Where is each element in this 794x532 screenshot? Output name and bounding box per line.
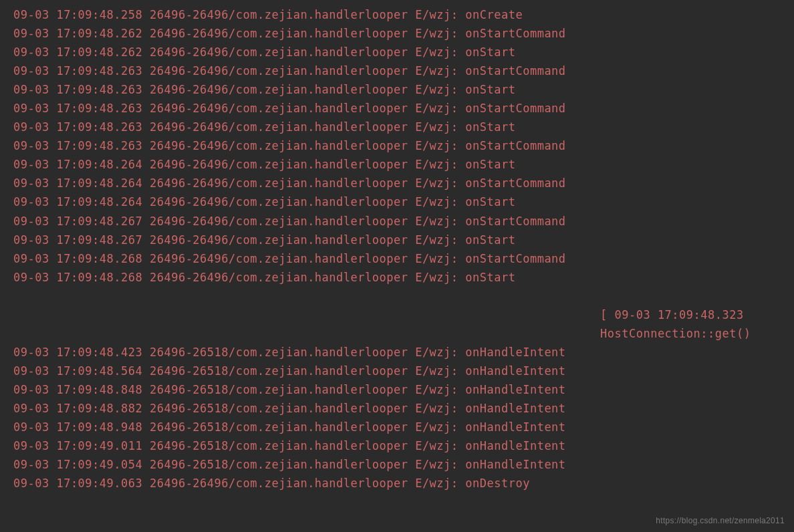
log-line[interactable]: 09-03 17:09:48.263 26496-26496/com.zejia…: [0, 118, 794, 136]
log-line-partial[interactable]: HostConnection::get(): [0, 324, 794, 343]
log-line-partial[interactable]: [ 09-03 17:09:48.323: [0, 305, 794, 324]
log-line[interactable]: 09-03 17:09:48.258 26496-26496/com.zejia…: [0, 5, 794, 24]
log-line[interactable]: 09-03 17:09:48.564 26496-26518/com.zejia…: [0, 362, 794, 380]
log-line[interactable]: 09-03 17:09:48.263 26496-26496/com.zejia…: [0, 61, 794, 80]
log-line[interactable]: 09-03 17:09:48.268 26496-26496/com.zejia…: [0, 268, 794, 287]
log-line[interactable]: 09-03 17:09:49.063 26496-26496/com.zejia…: [0, 474, 794, 493]
log-line[interactable]: 09-03 17:09:48.262 26496-26496/com.zejia…: [0, 24, 794, 43]
log-line[interactable]: 09-03 17:09:48.264 26496-26496/com.zejia…: [0, 192, 794, 211]
log-line[interactable]: 09-03 17:09:48.268 26496-26496/com.zejia…: [0, 249, 794, 268]
watermark-text: https://blog.csdn.net/zenmela2011: [656, 515, 785, 528]
log-line[interactable]: 09-03 17:09:48.267 26496-26496/com.zejia…: [0, 231, 794, 249]
log-line[interactable]: 09-03 17:09:48.882 26496-26518/com.zejia…: [0, 399, 794, 418]
log-output-container[interactable]: 09-03 17:09:48.258 26496-26496/com.zejia…: [0, 5, 794, 493]
log-line[interactable]: 09-03 17:09:48.264 26496-26496/com.zejia…: [0, 174, 794, 192]
log-line[interactable]: 09-03 17:09:49.011 26496-26518/com.zejia…: [0, 436, 794, 455]
log-line[interactable]: 09-03 17:09:48.423 26496-26518/com.zejia…: [0, 343, 794, 362]
log-line[interactable]: 09-03 17:09:48.263 26496-26496/com.zejia…: [0, 136, 794, 155]
log-line[interactable]: 09-03 17:09:48.267 26496-26496/com.zejia…: [0, 212, 794, 231]
log-line[interactable]: 09-03 17:09:48.263 26496-26496/com.zejia…: [0, 80, 794, 99]
log-line[interactable]: 09-03 17:09:48.262 26496-26496/com.zejia…: [0, 43, 794, 61]
blank-line: [0, 287, 794, 305]
log-line[interactable]: 09-03 17:09:48.264 26496-26496/com.zejia…: [0, 155, 794, 174]
log-line[interactable]: 09-03 17:09:48.948 26496-26518/com.zejia…: [0, 418, 794, 436]
log-line[interactable]: 09-03 17:09:49.054 26496-26518/com.zejia…: [0, 455, 794, 474]
log-line[interactable]: 09-03 17:09:48.848 26496-26518/com.zejia…: [0, 380, 794, 399]
log-line[interactable]: 09-03 17:09:48.263 26496-26496/com.zejia…: [0, 99, 794, 118]
